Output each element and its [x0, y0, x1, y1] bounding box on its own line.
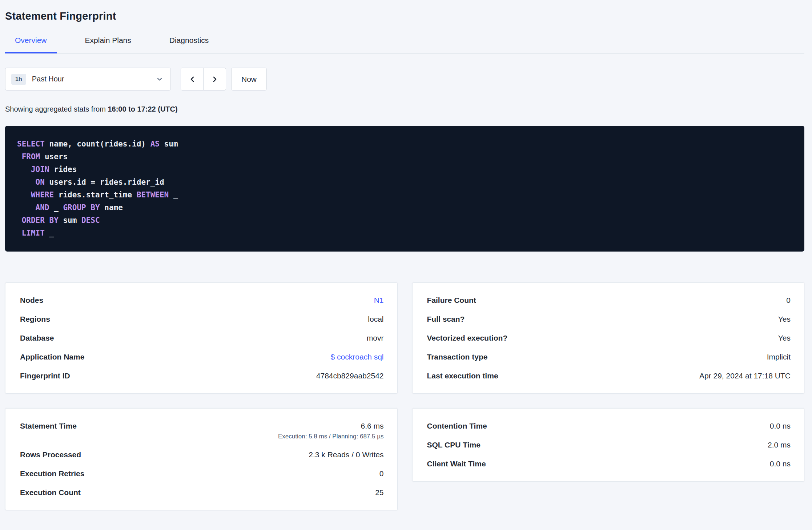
card-row: Full scan?Yes — [427, 310, 791, 329]
tab-diagnostics[interactable]: Diagnostics — [160, 31, 219, 53]
row-value-wrap: $ cockroach sql — [331, 353, 384, 361]
row-label: Application Name — [20, 353, 84, 361]
cards-grid: NodesN1RegionslocalDatabasemovrApplicati… — [5, 282, 804, 510]
now-button[interactable]: Now — [231, 68, 267, 91]
row-value-wrap: local — [368, 315, 383, 324]
sql-keyword: LIMIT — [22, 229, 45, 237]
card-row: Vectorized execution?Yes — [427, 329, 791, 348]
sql-text: sum — [160, 140, 178, 148]
sql-text: sum — [59, 216, 81, 225]
card-row: Databasemovr — [20, 329, 384, 348]
card-row: Fingerprint ID4784cb829aab2542 — [20, 366, 384, 385]
row-label: Statement Time — [20, 422, 77, 440]
row-label: Client Wait Time — [427, 459, 486, 468]
row-value-wrap: 2.3 k Reads / 0 Writes — [309, 450, 383, 459]
row-subvalue: Execution: 5.8 ms / Planning: 687.5 µs — [278, 433, 383, 440]
sql-line: SELECT name, count(rides.id) AS sum — [17, 140, 178, 148]
row-label: Rows Processed — [20, 450, 81, 459]
row-label: Last execution time — [427, 372, 498, 380]
row-label: Regions — [20, 315, 50, 324]
sql-keyword: BETWEEN — [137, 190, 169, 199]
sql-keyword: SELECT — [17, 140, 45, 148]
card-row: Transaction typeImplicit — [427, 348, 791, 366]
row-value: Apr 29, 2024 at 17:18 UTC — [699, 372, 791, 380]
row-value: Yes — [778, 334, 791, 342]
sql-text: name — [100, 203, 123, 212]
statement-times-card: Statement Time6.6 msExecution: 5.8 ms / … — [5, 408, 398, 510]
sql-line: AND _ GROUP BY name — [17, 203, 123, 212]
row-label: Failure Count — [427, 296, 476, 305]
sql-keyword: WHERE — [31, 190, 54, 199]
row-value: 2.0 ms — [768, 441, 791, 449]
sql-code: SELECT name, count(rides.id) AS sum FROM… — [17, 138, 792, 240]
card-row: SQL CPU Time2.0 ms — [427, 435, 791, 454]
sql-text: rides — [49, 165, 77, 174]
row-label: Transaction type — [427, 353, 488, 361]
row-value: 6.6 ms — [361, 422, 383, 430]
card-row: Failure Count0 — [427, 291, 791, 310]
row-label: SQL CPU Time — [427, 441, 481, 449]
row-value-wrap: 6.6 msExecution: 5.8 ms / Planning: 687.… — [278, 422, 383, 440]
sql-text — [17, 178, 36, 186]
aggregated-stats-line: Showing aggregated stats from 16:00 to 1… — [5, 105, 804, 113]
time-range-badge: 1h — [11, 74, 26, 85]
row-value-wrap: Apr 29, 2024 at 17:18 UTC — [699, 372, 791, 380]
row-value-wrap: N1 — [374, 296, 384, 305]
sql-text — [17, 190, 31, 199]
stats-line-prefix: Showing aggregated stats from — [5, 105, 108, 113]
row-value-link[interactable]: N1 — [374, 296, 384, 304]
row-value: 0.0 ns — [770, 459, 791, 468]
card-row: Contention Time0.0 ns — [427, 417, 791, 435]
row-value: 0 — [379, 469, 384, 478]
row-label: Full scan? — [427, 315, 465, 324]
card-row: Execution Count25 — [20, 483, 384, 502]
chevron-down-icon — [156, 76, 163, 83]
sql-keyword: AS — [150, 140, 160, 148]
row-value: local — [368, 315, 383, 323]
card-row: Execution Retries0 — [20, 464, 384, 483]
chevron-left-icon — [188, 75, 197, 84]
row-value-wrap: 4784cb829aab2542 — [316, 372, 384, 380]
sql-text — [17, 152, 22, 161]
row-value: Implicit — [767, 353, 791, 361]
row-label: Vectorized execution? — [427, 334, 508, 342]
tab-overview[interactable]: Overview — [5, 31, 57, 53]
sql-text: rides.start_time — [54, 190, 137, 199]
sql-keyword: AND — [36, 203, 49, 212]
row-label: Database — [20, 334, 54, 342]
time-range-dropdown[interactable]: 1h Past Hour — [5, 68, 171, 91]
sql-keyword: FROM — [22, 152, 40, 161]
row-value: 25 — [375, 488, 383, 497]
wait-times-card: Contention Time0.0 nsSQL CPU Time2.0 msC… — [412, 408, 805, 482]
row-value-wrap: 0.0 ns — [770, 459, 791, 468]
card-row: Statement Time6.6 msExecution: 5.8 ms / … — [20, 417, 384, 445]
card-row: Last execution timeApr 29, 2024 at 17:18… — [427, 366, 791, 385]
row-value-wrap: movr — [367, 334, 384, 342]
sql-text: _ — [45, 229, 54, 237]
sql-text: _ — [169, 190, 178, 199]
stats-line-range: 16:00 to 17:22 (UTC) — [108, 105, 177, 113]
row-label: Contention Time — [427, 422, 487, 430]
row-value-wrap: 25 — [375, 488, 383, 497]
next-range-button[interactable] — [203, 68, 226, 91]
tab-bar: Overview Explain Plans Diagnostics — [5, 31, 804, 54]
execution-attributes-card: Failure Count0Full scan?YesVectorized ex… — [412, 282, 805, 394]
sql-line: ORDER BY sum DESC — [17, 216, 100, 225]
row-value: 2.3 k Reads / 0 Writes — [309, 450, 383, 459]
tab-explain-plans[interactable]: Explain Plans — [75, 31, 141, 53]
chevron-right-icon — [210, 75, 219, 84]
sql-text — [17, 203, 36, 212]
sql-text — [17, 216, 22, 225]
row-label: Execution Count — [20, 488, 81, 497]
time-range-label: Past Hour — [32, 75, 156, 83]
row-value-link[interactable]: $ cockroach sql — [331, 353, 384, 361]
row-value-wrap: 0 — [786, 296, 791, 305]
prev-range-button[interactable] — [181, 68, 204, 91]
sql-text: users — [40, 152, 68, 161]
card-row: Client Wait Time0.0 ns — [427, 454, 791, 473]
row-value: 0.0 ns — [770, 422, 791, 430]
row-value-wrap: 0.0 ns — [770, 422, 791, 430]
sql-text — [17, 165, 31, 174]
sql-line: LIMIT _ — [17, 229, 54, 237]
statement-details-card: NodesN1RegionslocalDatabasemovrApplicati… — [5, 282, 398, 394]
